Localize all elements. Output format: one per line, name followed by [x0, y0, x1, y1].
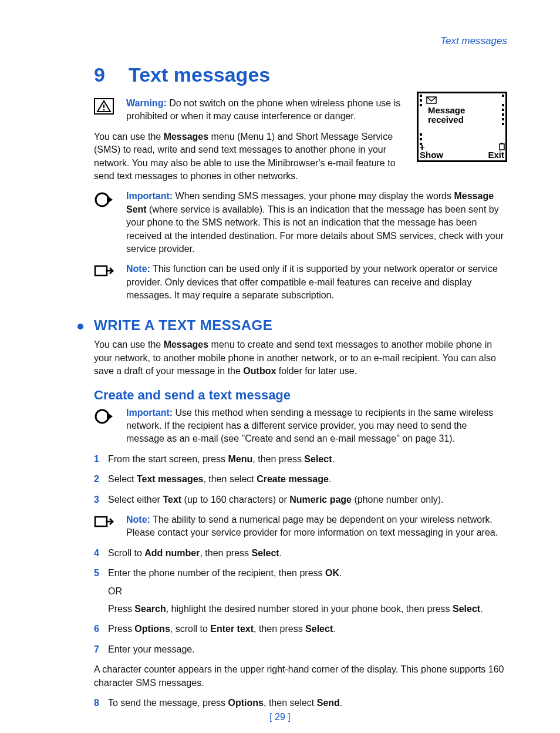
step-number: 8 — [94, 697, 99, 710]
svg-rect-4 — [420, 99, 422, 102]
svg-text:Show: Show — [420, 150, 443, 160]
important-text: Important: When sending SMS messages, yo… — [126, 191, 504, 254]
page-number: [ 29 ] — [0, 712, 560, 722]
step-number: 4 — [94, 547, 99, 560]
note-text: Note: The ability to send a numerical pa… — [126, 515, 498, 537]
phone-screen-illustration: Message received Show Exit — [417, 92, 507, 162]
manual-page: Text messages 9 Text messages Warning: D… — [0, 0, 560, 733]
svg-rect-8 — [420, 143, 422, 145]
svg-point-2 — [103, 109, 105, 111]
step-text: Enter your message. — [108, 644, 195, 654]
step-item: 6Press Options, scroll to Enter text, th… — [94, 623, 507, 636]
step-item: 5Enter the phone number of the recipient… — [94, 567, 507, 616]
steps-list: 1From the start screen, press Menu, then… — [94, 453, 507, 506]
note-callout-2: Note: The ability to send a numerical pa… — [94, 513, 507, 540]
step-text: To send the message, press Options, then… — [108, 698, 342, 708]
bullet-icon — [77, 324, 83, 329]
step-number: 2 — [94, 473, 99, 486]
svg-rect-6 — [420, 133, 422, 136]
chapter-heading: 9 Text messages — [94, 63, 507, 86]
svg-text:received: received — [428, 115, 464, 125]
step-text: Select Text messages, then select Create… — [108, 474, 331, 484]
step-text: Enter the phone number of the recipient,… — [108, 568, 342, 578]
svg-rect-18 — [500, 144, 504, 150]
step-text: Select either Text (up to 160 characters… — [108, 495, 444, 505]
chapter-number: 9 — [94, 63, 105, 86]
note-icon — [94, 264, 114, 283]
svg-rect-12 — [502, 113, 504, 116]
step-number: 7 — [94, 643, 99, 656]
svg-rect-7 — [420, 138, 422, 140]
steps-list-3: 8To send the message, press Options, the… — [94, 697, 507, 710]
important-callout: Important: When sending SMS messages, yo… — [94, 190, 507, 255]
note-text: Note: This function can be used only if … — [126, 264, 498, 300]
step-number: 3 — [94, 493, 99, 506]
note-callout: Note: This function can be used only if … — [94, 263, 507, 302]
svg-rect-10 — [502, 104, 504, 106]
svg-rect-5 — [420, 104, 422, 106]
svg-rect-19 — [501, 143, 503, 144]
important-callout-2: Important: Use this method when sending … — [94, 406, 507, 446]
step-alt: Press Search, highlight the desired numb… — [108, 603, 507, 616]
warning-text: Warning: Do not switch on the phone when… — [126, 98, 400, 121]
section-intro: You can use the Messages menu to create … — [94, 338, 507, 378]
important-icon — [94, 191, 114, 212]
step-item: 3Select either Text (up to 160 character… — [94, 493, 507, 506]
step-or: OR — [108, 585, 507, 598]
step-item: 8To send the message, press Options, the… — [94, 697, 507, 710]
svg-rect-3 — [420, 95, 422, 97]
svg-rect-9 — [502, 95, 504, 97]
svg-text:Exit: Exit — [488, 150, 504, 160]
svg-rect-27 — [95, 517, 107, 526]
svg-rect-14 — [502, 123, 504, 125]
running-head: Text messages — [94, 35, 507, 47]
step-item: 2Select Text messages, then select Creat… — [94, 473, 507, 486]
section-heading: WRITE A TEXT MESSAGE — [94, 317, 507, 334]
warning-icon — [94, 98, 114, 118]
note-icon — [94, 515, 114, 533]
step-text: Scroll to Add number, then press Select. — [108, 548, 282, 558]
step-number: 5 — [94, 567, 99, 580]
important-text: Important: Use this method when sending … — [126, 408, 493, 444]
svg-text:Message: Message — [428, 105, 465, 115]
step-text: Press Options, scroll to Enter text, the… — [108, 624, 336, 634]
step-number: 6 — [94, 623, 99, 636]
step-number: 1 — [94, 453, 99, 466]
subsection-heading: Create and send a text message — [94, 388, 507, 403]
chapter-title: Text messages — [129, 63, 270, 86]
svg-rect-13 — [502, 118, 504, 120]
intro-paragraph: You can use the Messages menu (Menu 1) a… — [94, 130, 407, 183]
step-item: 7Enter your message. — [94, 643, 507, 656]
counter-paragraph: A character counter appears in the upper… — [94, 663, 507, 690]
step-item: 1From the start screen, press Menu, then… — [94, 453, 507, 466]
step-text: From the start screen, press Menu, then … — [108, 454, 335, 464]
svg-point-24 — [96, 193, 109, 206]
svg-point-26 — [96, 410, 109, 423]
svg-rect-11 — [502, 109, 504, 111]
warning-callout: Warning: Do not switch on the phone when… — [94, 97, 407, 123]
steps-list-2: 4Scroll to Add number, then press Select… — [94, 547, 507, 656]
svg-rect-25 — [95, 266, 107, 275]
step-item: 4Scroll to Add number, then press Select… — [94, 547, 507, 560]
important-icon — [94, 408, 114, 429]
